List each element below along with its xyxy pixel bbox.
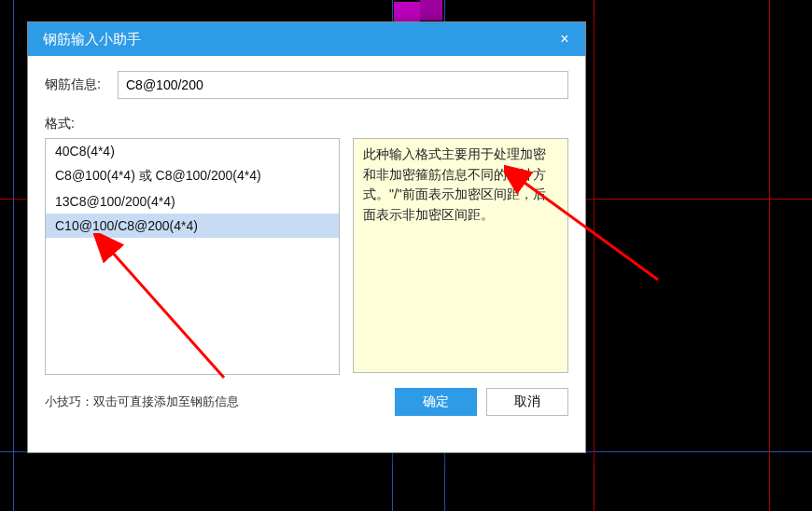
list-item[interactable]: 40C8(4*4)	[46, 139, 339, 163]
format-label: 格式:	[45, 116, 568, 132]
format-list[interactable]: 40C8(4*4) C8@100(4*4) 或 C8@100/200(4*4) …	[45, 138, 340, 375]
dialog-title: 钢筋输入小助手	[43, 31, 141, 48]
format-description: 此种输入格式主要用于处理加密和非加密箍筋信息不同的设计方式。"/"前面表示加密区…	[353, 138, 568, 373]
list-item[interactable]: C10@100/C8@200(4*4)	[46, 214, 339, 238]
cancel-button[interactable]: 取消	[486, 388, 568, 416]
rebar-info-input[interactable]	[118, 71, 568, 99]
rebar-info-label: 钢筋信息:	[45, 76, 118, 93]
titlebar: 钢筋输入小助手 ×	[28, 22, 585, 56]
list-item[interactable]: 13C8@100/200(4*4)	[46, 189, 339, 214]
list-item[interactable]: C8@100(4*4) 或 C8@100/200(4*4)	[46, 163, 339, 189]
close-icon[interactable]: ×	[555, 31, 574, 48]
ok-button[interactable]: 确定	[395, 388, 477, 416]
footer-tip: 小技巧：双击可直接添加至钢筋信息	[45, 394, 395, 410]
rebar-input-helper-dialog: 钢筋输入小助手 × 钢筋信息: 格式: 40C8(4*4) C8@100(4*4…	[27, 21, 586, 453]
